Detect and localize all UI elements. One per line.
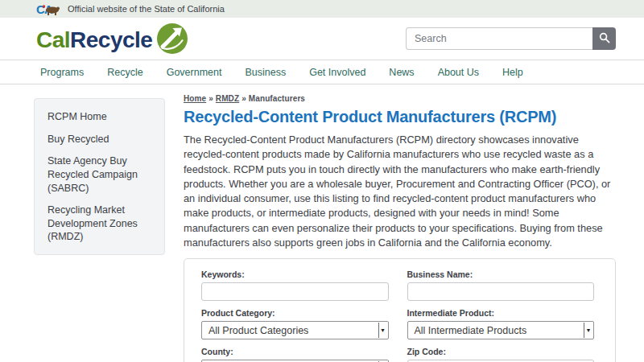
intro-paragraph: The Recycled-Content Product Manufacture… <box>184 133 616 250</box>
intermediate-product-label: Intermediate Product: <box>407 308 595 318</box>
product-category-field: Product Category: All Product Categories… <box>201 308 389 339</box>
keywords-label: Keywords: <box>201 269 389 279</box>
sidebar: RCPM Home Buy Recycled State Agency Buy … <box>34 98 165 255</box>
nav-item-about-us[interactable]: About Us <box>434 67 483 78</box>
calrecycle-wordmark: CalRecycle <box>36 29 152 51</box>
search-button[interactable] <box>592 27 616 50</box>
breadcrumb-current: Manufacturers <box>249 94 305 103</box>
product-category-label: Product Category: <box>201 308 389 318</box>
state-topbar: C A Official website of the State of Cal… <box>0 0 644 18</box>
search-input[interactable] <box>406 27 592 50</box>
business-name-label: Business Name: <box>407 269 595 279</box>
nav-item-recycle[interactable]: Recycle <box>103 67 147 78</box>
breadcrumb-separator: » <box>242 94 246 103</box>
intermediate-product-value: All Intermediate Products <box>408 325 527 336</box>
official-website-text: Official website of the State of Califor… <box>68 4 225 14</box>
calrecycle-logo[interactable]: CalRecycle <box>36 23 188 58</box>
nav-item-government[interactable]: Government <box>163 67 226 78</box>
breadcrumb-separator: » <box>208 94 213 103</box>
breadcrumb-rmdz-link[interactable]: RMDZ <box>216 94 239 103</box>
nav-item-business[interactable]: Business <box>241 67 290 78</box>
business-name-field: Business Name: <box>407 269 595 301</box>
content-area: RCPM Home Buy Recycled State Agency Buy … <box>0 84 644 362</box>
nav-item-get-involved[interactable]: Get Involved <box>305 67 369 78</box>
breadcrumb: Home»RMDZ»Manufacturers <box>184 94 616 103</box>
sidebar-item-rmdz[interactable]: Recycling Market Development Zones (RMDZ… <box>35 195 164 244</box>
zip-code-field: Zip Code: <box>407 347 595 362</box>
site-header: CalRecycle <box>0 18 644 60</box>
product-category-select[interactable]: All Product Categories ▼ <box>201 321 389 339</box>
intermediate-product-field: Intermediate Product: All Intermediate P… <box>407 308 595 339</box>
nav-item-programs[interactable]: Programs <box>36 67 88 78</box>
county-label: County: <box>201 347 389 356</box>
sidebar-item-buy-recycled[interactable]: Buy Recycled <box>35 124 164 146</box>
dropdown-arrow-icon: ▼ <box>378 323 387 338</box>
site-search <box>406 27 616 50</box>
business-name-input[interactable] <box>407 282 595 301</box>
product-category-value: All Product Categories <box>202 325 308 336</box>
page-title: Recycled-Content Product Manufacturers (… <box>184 108 616 126</box>
nav-item-news[interactable]: News <box>385 67 418 78</box>
main-column: Home»RMDZ»Manufacturers Recycled-Content… <box>184 94 616 362</box>
county-field: County: All Counties ▼ <box>201 347 389 362</box>
intermediate-product-select[interactable]: All Intermediate Products ▼ <box>407 321 595 339</box>
recycle-arrow-icon <box>156 23 188 58</box>
ca-state-logo-icon: C A <box>36 2 60 16</box>
rcpm-search-form: Keywords: Business Name: Product Categor… <box>184 258 616 362</box>
page: C A Official website of the State of Cal… <box>0 0 644 362</box>
dropdown-arrow-icon: ▼ <box>584 323 592 338</box>
breadcrumb-home-link[interactable]: Home <box>184 94 206 103</box>
keywords-field: Keywords: <box>201 269 389 301</box>
sidebar-item-rcpm-home[interactable]: RCPM Home <box>35 101 164 124</box>
sidebar-item-sabrc[interactable]: State Agency Buy Recycled Campaign (SABR… <box>35 146 164 195</box>
primary-nav: Programs Recycle Government Business Get… <box>0 60 644 84</box>
zip-code-label: Zip Code: <box>407 347 595 356</box>
search-icon <box>599 32 610 46</box>
nav-item-help[interactable]: Help <box>498 67 527 78</box>
keywords-input[interactable] <box>201 282 389 301</box>
